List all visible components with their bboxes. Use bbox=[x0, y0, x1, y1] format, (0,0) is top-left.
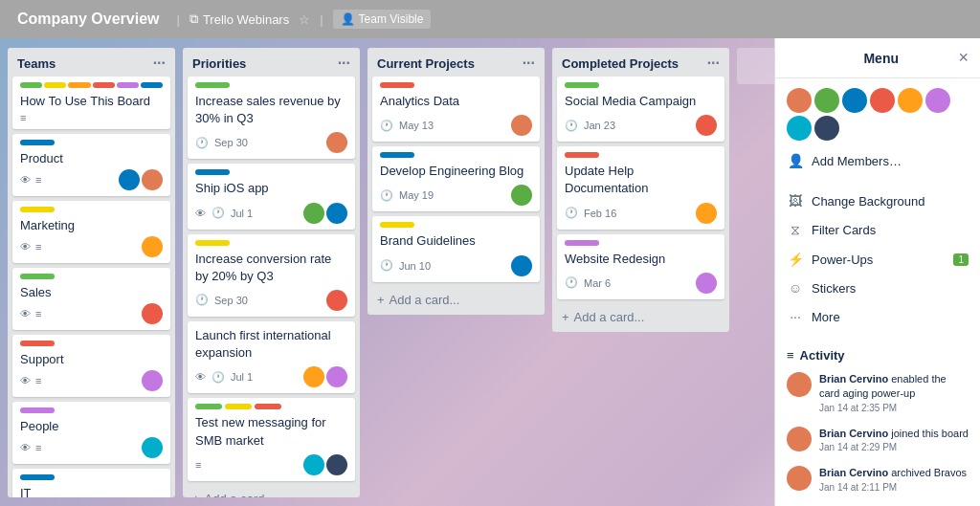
avatar[interactable] bbox=[925, 88, 950, 113]
column-close-current[interactable]: ··· bbox=[523, 55, 535, 71]
avatar bbox=[326, 366, 347, 387]
column-header-completed: Completed Projects ··· bbox=[552, 48, 729, 77]
card-meta: ≡ bbox=[195, 459, 201, 471]
column-close-teams[interactable]: ··· bbox=[153, 55, 166, 71]
list-item[interactable]: IT 👁≡ bbox=[12, 469, 170, 497]
card-meta: 👁 🕐 Jul 1 bbox=[195, 207, 253, 219]
card-title: Support bbox=[20, 352, 163, 366]
activity-description: archived Bravos bbox=[891, 467, 967, 478]
change-background-label: Change Background bbox=[812, 194, 925, 209]
activity-time: Jan 14 at 2:35 PM bbox=[819, 402, 969, 415]
image-icon: 🖼 bbox=[787, 193, 804, 209]
card-icons: 👁≡ bbox=[20, 308, 41, 319]
column-completed: Completed Projects ··· Social Media Camp… bbox=[552, 48, 729, 332]
card-date: Mar 6 bbox=[584, 277, 611, 289]
avatar[interactable] bbox=[842, 88, 867, 113]
add-card-current[interactable]: + Add a card... bbox=[368, 287, 545, 315]
card-date: Feb 16 bbox=[584, 208, 616, 219]
clock-icon: 🕐 bbox=[195, 137, 209, 149]
card-title: How To Use This Board bbox=[20, 94, 163, 108]
add-members-item[interactable]: 👤 Add Members… bbox=[775, 146, 980, 175]
clock-icon: 🕐 bbox=[195, 294, 209, 306]
filter-cards-item[interactable]: ⧖ Filter Cards bbox=[775, 215, 980, 245]
trello-icon: ⧉ bbox=[189, 11, 198, 27]
board-area: Teams ··· How To Use This Board ≡ bbox=[0, 38, 774, 506]
list-item[interactable]: Sales 👁≡ bbox=[12, 268, 170, 330]
avatar bbox=[696, 273, 717, 294]
close-menu-button[interactable]: × bbox=[958, 48, 969, 68]
list-item[interactable]: Launch first international expansion 👁 🕐… bbox=[188, 321, 355, 393]
card-title: Increase sales revenue by 30% in Q3 bbox=[195, 93, 347, 127]
activity-label: Activity bbox=[800, 348, 845, 363]
avatar bbox=[142, 236, 163, 257]
avatar bbox=[696, 115, 717, 136]
avatar bbox=[326, 203, 347, 224]
list-item[interactable]: Ship iOS app 👁 🕐 Jul 1 bbox=[188, 164, 355, 229]
avatar[interactable] bbox=[814, 88, 839, 113]
list-item[interactable]: Website Redesign 🕐 Mar 6 bbox=[557, 234, 724, 299]
add-card-completed[interactable]: + Add a card... bbox=[552, 304, 729, 332]
list-item[interactable]: Social Media Campaign 🕐 Jan 23 bbox=[557, 77, 724, 142]
card-icons: 👁≡ bbox=[20, 375, 41, 386]
activity-icon: ≡ bbox=[787, 348, 794, 363]
avatar bbox=[303, 203, 324, 224]
card-title: Website Redesign bbox=[565, 251, 717, 268]
activity-text: Brian Cervino enabled the card aging pow… bbox=[819, 372, 969, 415]
list-item[interactable]: Support 👁≡ bbox=[12, 335, 170, 397]
card-title: People bbox=[20, 419, 163, 433]
eye-icon: 👁 bbox=[195, 208, 206, 219]
card-title: Marketing bbox=[20, 218, 163, 232]
avatar[interactable] bbox=[814, 116, 839, 141]
avatar[interactable] bbox=[787, 88, 812, 113]
avatar bbox=[326, 290, 347, 311]
column-close-completed[interactable]: ··· bbox=[707, 55, 720, 71]
avatar bbox=[787, 372, 812, 397]
list-item[interactable]: Analytics Data 🕐 May 13 bbox=[372, 77, 540, 142]
card-title: Analytics Data bbox=[380, 93, 532, 110]
board-name-label[interactable]: Trello Webinars bbox=[203, 12, 289, 27]
list-item[interactable]: How To Use This Board ≡ bbox=[12, 77, 170, 129]
list-item[interactable]: Test new messaging for SMB market ≡ bbox=[188, 398, 355, 480]
clock-icon: 🕐 bbox=[380, 120, 393, 132]
column-close-priorities[interactable]: ··· bbox=[338, 55, 350, 71]
more-label: More bbox=[812, 310, 840, 324]
add-list-button[interactable]: + Add a list... bbox=[737, 48, 774, 84]
avatar[interactable] bbox=[898, 88, 923, 113]
list-item[interactable]: Brand Guidelines 🕐 Jun 10 bbox=[372, 216, 540, 281]
card-meta: 🕐 Mar 6 bbox=[565, 276, 611, 289]
activity-description: joined this board bbox=[891, 428, 969, 439]
list-item[interactable]: Increase conversion rate by 20% by Q3 🕐 … bbox=[188, 234, 355, 317]
board-title[interactable]: Company Overview bbox=[10, 7, 167, 32]
avatar[interactable] bbox=[870, 88, 895, 113]
list-item[interactable]: Update Help Documentation 🕐 Feb 16 bbox=[557, 146, 724, 229]
avatar bbox=[142, 437, 163, 458]
card-title: Launch first international expansion bbox=[195, 327, 347, 362]
team-visibility-tag[interactable]: 👤 Team Visible bbox=[333, 10, 432, 29]
avatar bbox=[326, 132, 347, 153]
list-item[interactable]: Product 👁≡ bbox=[12, 134, 170, 196]
card-date: Sep 30 bbox=[214, 137, 248, 148]
more-item[interactable]: ··· More bbox=[775, 302, 980, 331]
menu-header: Menu × bbox=[775, 38, 980, 78]
card-meta: 🕐 May 13 bbox=[380, 120, 434, 132]
card-icons: ≡ bbox=[20, 112, 26, 123]
add-card-priorities[interactable]: + Add a card... bbox=[183, 486, 360, 497]
list-item[interactable]: Increase sales revenue by 30% in Q3 🕐 Se… bbox=[188, 77, 355, 159]
menu-title: Menu bbox=[804, 51, 958, 66]
list-item[interactable]: Develop Engineering Blog 🕐 May 19 bbox=[372, 146, 540, 211]
avatar[interactable] bbox=[787, 116, 812, 141]
list-item[interactable]: Marketing 👁≡ bbox=[12, 201, 170, 263]
clock-icon: 🕐 bbox=[212, 371, 225, 384]
card-meta: 🕐 Jan 23 bbox=[565, 120, 615, 132]
column-title-priorities: Priorities bbox=[192, 56, 246, 71]
avatar bbox=[511, 115, 532, 136]
card-meta: 🕐 Feb 16 bbox=[565, 207, 616, 219]
stickers-item[interactable]: ☺ Stickers bbox=[775, 274, 980, 302]
list-item[interactable]: People 👁≡ bbox=[12, 402, 170, 464]
star-icon[interactable]: ☆ bbox=[299, 12, 310, 27]
avatar bbox=[142, 370, 163, 391]
change-background-item[interactable]: 🖼 Change Background bbox=[775, 187, 980, 215]
bolt-icon: ⚡ bbox=[787, 252, 804, 267]
power-ups-item[interactable]: ⚡ Power-Ups 1 bbox=[775, 245, 980, 274]
card-title: Develop Engineering Blog bbox=[380, 163, 532, 180]
